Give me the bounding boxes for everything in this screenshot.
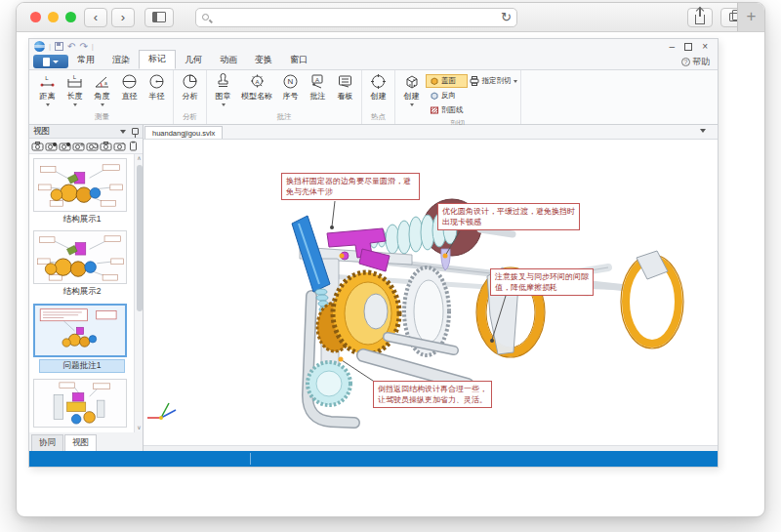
board-button[interactable]: 看板 [332, 71, 358, 102]
capture-annotated-view-icon[interactable] [45, 141, 58, 151]
model-name-button[interactable]: A 模型名称 [237, 71, 276, 102]
minimize-window-button[interactable] [48, 12, 59, 22]
view-thumbnail [33, 230, 127, 284]
view-label: 结构展示1 [33, 214, 131, 225]
chevron-down-icon [514, 80, 517, 83]
pin-icon[interactable] [132, 128, 139, 135]
view-label: 问题批注1 [39, 359, 125, 373]
tab-list-icon[interactable] [700, 129, 706, 133]
axis-triad-icon [147, 403, 176, 420]
callout-reverse-structure[interactable]: 倒挡返回结构设计再合理一些，让驾驶员操纵更加省力、灵活。 [373, 381, 492, 408]
specify-section-button[interactable]: 指定剖切 [469, 71, 517, 87]
scroll-down-icon[interactable]: ∨ [135, 424, 143, 432]
reverse-toggle[interactable]: 反向 [426, 89, 468, 102]
app-minimize-button[interactable]: – [670, 41, 676, 53]
tab-collaboration[interactable]: 协同 [31, 434, 63, 451]
panel-dropdown-icon[interactable] [120, 130, 126, 134]
redo-button[interactable]: ↷ [79, 42, 87, 52]
camera-up-icon[interactable] [72, 141, 85, 151]
document-tab[interactable]: huandangjigou.svlx [144, 126, 223, 139]
view-thumbnail [33, 379, 127, 428]
tab-markup[interactable]: 标记 [139, 50, 176, 69]
paste-view-icon[interactable] [127, 141, 140, 151]
tab-common[interactable]: 常用 [68, 52, 103, 69]
view-label: 结构展示2 [33, 286, 131, 298]
annotate-button[interactable]: A 批注 [305, 71, 331, 102]
annotate-label: 批注 [310, 91, 326, 102]
capture-view-icon[interactable] [31, 141, 44, 151]
app-close-button[interactable]: × [702, 41, 708, 53]
share-icon [695, 15, 705, 24]
tab-views[interactable]: 视图 [64, 434, 97, 451]
svg-text:a: a [104, 80, 107, 86]
camera-refresh-icon[interactable] [86, 141, 99, 151]
help-icon: ? [681, 58, 690, 66]
distance-button[interactable]: L 距离 [34, 71, 61, 106]
length-button[interactable]: L 长度 [62, 71, 88, 106]
app-body: 视图 [29, 125, 718, 451]
view-item-annotation1[interactable]: 问题批注1 [33, 304, 131, 373]
file-menu-button[interactable] [33, 55, 68, 68]
stamp-button[interactable]: 图章 [210, 71, 236, 106]
diameter-button[interactable]: 直径 [116, 71, 143, 102]
save-icon[interactable] [55, 42, 63, 51]
address-search-field[interactable]: ↻ [195, 8, 517, 27]
help-button[interactable]: ? 帮助 [681, 56, 710, 68]
serial-number-button[interactable]: N 序号 [277, 71, 304, 102]
sidebar-toggle-button[interactable] [144, 8, 174, 27]
section-line-toggle[interactable]: 剖面线 [426, 103, 468, 117]
stamp-icon [215, 73, 231, 90]
scroll-up-icon[interactable]: ∧ [135, 154, 143, 163]
distance-icon: L [39, 73, 56, 90]
chevron-down-icon [101, 103, 104, 106]
views-list: 结构展示1 [29, 154, 143, 432]
hotspot-create-button[interactable]: 创建 [365, 71, 391, 102]
views-scrollbar[interactable]: ∧ ∨ [134, 154, 143, 432]
analyze-button[interactable]: 分析 [177, 71, 203, 102]
app-window-controls: – × [670, 41, 718, 53]
callout-fork-clearance[interactable]: 注意拨叉与同步环间的间隙值，降低摩擦损耗 [490, 268, 594, 296]
section-options: 盖面 反向 剖面线 [426, 71, 468, 117]
distance-label: 距离 [40, 91, 56, 102]
chevron-down-icon [53, 61, 59, 63]
zoom-window-button[interactable] [65, 12, 76, 22]
undo-button[interactable]: ↶ [67, 42, 75, 52]
chevron-down-icon [222, 103, 226, 106]
back-button[interactable]: ‹ [84, 8, 107, 27]
ribbon-group-hotspot: 创建 热点 [362, 70, 395, 124]
serial-number-icon: N [282, 73, 299, 90]
app-maximize-button[interactable] [684, 43, 692, 51]
view-item-4[interactable] [33, 379, 131, 428]
annotate-icon: A [309, 73, 326, 90]
tab-geometry[interactable]: 几何 [176, 52, 211, 69]
close-window-button[interactable] [30, 12, 41, 22]
new-tab-button[interactable]: + [737, 3, 764, 31]
angle-button[interactable]: a 角度 [89, 71, 115, 106]
reload-button[interactable]: ↻ [501, 10, 512, 24]
callout-fillet-design[interactable]: 优化圆角设计，平缓过渡，避免换挡时出现卡顿感 [437, 203, 580, 230]
tab-window[interactable]: 窗口 [281, 52, 316, 69]
svg-text:A: A [315, 77, 319, 83]
tab-animation[interactable]: 动画 [211, 52, 246, 69]
model-canvas[interactable]: 换挡杆固定器的边角要尽量圆滑，避免与壳体干涉 优化圆角设计，平缓过渡，避免换挡时… [144, 140, 718, 445]
cap-face-toggle[interactable]: 盖面 [426, 74, 468, 88]
tab-transform[interactable]: 变换 [246, 52, 281, 69]
section-create-button[interactable]: 创建 [398, 71, 425, 106]
forward-button[interactable]: › [111, 8, 135, 27]
analyze-icon [182, 73, 198, 90]
section-create-icon [403, 73, 420, 90]
view-item-structure2[interactable]: 结构展示2 [33, 230, 131, 298]
length-icon: L [66, 73, 83, 90]
share-button[interactable] [687, 8, 713, 27]
radius-icon [148, 73, 165, 90]
update-view-icon[interactable] [59, 141, 71, 151]
camera-play-icon[interactable] [100, 141, 112, 151]
group-label-analysis: 分析 [177, 110, 203, 124]
scrollbar-thumb[interactable] [137, 165, 143, 311]
radius-button[interactable]: 半径 [144, 71, 170, 102]
camera-delete-icon[interactable] [113, 141, 126, 151]
view-item-structure1[interactable]: 结构展示1 [33, 158, 131, 225]
tab-render[interactable]: 渲染 [103, 52, 139, 69]
ribbon-group-analysis: 分析 分析 [174, 70, 207, 124]
callout-shift-lever[interactable]: 换挡杆固定器的边角要尽量圆滑，避免与壳体干涉 [281, 173, 420, 200]
